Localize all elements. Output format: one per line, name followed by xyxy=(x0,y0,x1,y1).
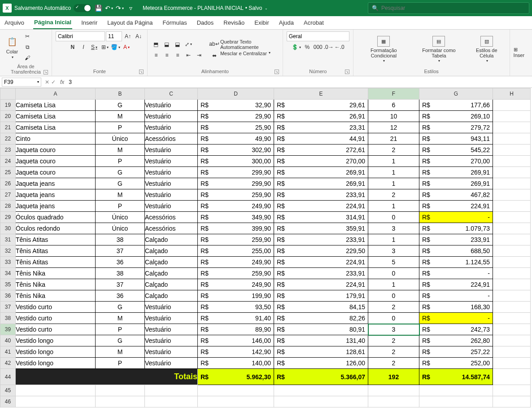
cell[interactable]: R$1.124,55 xyxy=(419,257,493,268)
cell[interactable]: Jaqueta couro xyxy=(16,145,96,156)
row-header[interactable]: 41 xyxy=(0,346,16,358)
cell[interactable] xyxy=(16,396,96,407)
column-header-A[interactable]: A xyxy=(16,88,96,100)
cell[interactable] xyxy=(96,385,145,396)
cell[interactable]: R$270,00 xyxy=(419,156,493,167)
italic-button[interactable]: I xyxy=(78,42,88,52)
cell[interactable]: R$29,90 xyxy=(198,111,274,122)
cell[interactable]: R$249,90 xyxy=(198,257,274,268)
cell[interactable]: R$224,91 xyxy=(419,279,493,290)
cell[interactable]: Único xyxy=(96,133,145,145)
cell[interactable]: 3 xyxy=(368,223,419,234)
cell[interactable]: R$91,40 xyxy=(198,313,274,324)
cell[interactable]: Acessórios xyxy=(145,212,198,223)
cell[interactable]: R$29,61 xyxy=(274,100,368,111)
align-bottom-icon[interactable]: ⬓ xyxy=(173,39,183,49)
cell[interactable] xyxy=(493,223,531,234)
cell[interactable]: 192 xyxy=(368,369,419,385)
cell[interactable]: R$252,00 xyxy=(419,358,493,369)
cell[interactable]: Vestuário xyxy=(145,358,198,369)
cell[interactable]: R$25,90 xyxy=(198,122,274,133)
decrease-indent-icon[interactable]: ⇤ xyxy=(183,50,193,60)
cell[interactable]: 36 xyxy=(96,290,145,302)
cell[interactable]: R$299,90 xyxy=(198,178,274,189)
row-header[interactable]: 22 xyxy=(0,133,16,145)
row-header[interactable]: 37 xyxy=(0,302,16,313)
row-header[interactable]: 40 xyxy=(0,335,16,346)
cell[interactable]: Vestuário xyxy=(145,201,198,212)
cell[interactable]: Vestido longo xyxy=(16,335,96,346)
cell[interactable]: R$- xyxy=(419,313,493,324)
cell[interactable] xyxy=(419,385,493,396)
cell[interactable] xyxy=(198,385,274,396)
cell[interactable] xyxy=(493,268,531,279)
column-header-E[interactable]: E xyxy=(274,88,368,100)
cell[interactable]: Vestuário xyxy=(145,145,198,156)
cell[interactable] xyxy=(493,201,531,212)
cell[interactable]: R$126,00 xyxy=(274,358,368,369)
cell[interactable]: R$269,91 xyxy=(274,167,368,178)
cell[interactable]: 5 xyxy=(368,257,419,268)
cell[interactable]: R$242,73 xyxy=(419,324,493,335)
cell[interactable]: R$302,90 xyxy=(198,145,274,156)
cell[interactable]: R$262,80 xyxy=(419,335,493,346)
cell[interactable]: R$- xyxy=(419,290,493,302)
font-size-select[interactable] xyxy=(106,31,122,41)
cell[interactable]: Jaqueta couro xyxy=(16,156,96,167)
cell[interactable]: R$269,91 xyxy=(419,167,493,178)
accounting-format-icon[interactable]: 💲▾ xyxy=(292,42,301,52)
cell[interactable]: G xyxy=(96,178,145,189)
tab-revis-o[interactable]: Revisão xyxy=(222,17,245,29)
redo-icon[interactable]: ↷▾ xyxy=(116,4,124,12)
cell[interactable]: 37 xyxy=(96,279,145,290)
row-header[interactable]: 46 xyxy=(0,396,16,407)
cell[interactable]: 0 xyxy=(368,268,419,279)
cell[interactable]: 1 xyxy=(368,279,419,290)
cell[interactable] xyxy=(368,396,419,407)
cell[interactable]: R$399,90 xyxy=(198,223,274,234)
enter-formula-icon[interactable]: ✓ xyxy=(51,79,56,85)
cell[interactable] xyxy=(493,245,531,257)
number-format-select[interactable] xyxy=(287,31,349,41)
underline-button[interactable]: S▾ xyxy=(89,42,99,52)
cell[interactable] xyxy=(493,167,531,178)
cell[interactable]: R$93,50 xyxy=(198,302,274,313)
row-header[interactable]: 28 xyxy=(0,201,16,212)
cell[interactable]: R$259,90 xyxy=(198,189,274,201)
cell[interactable] xyxy=(274,385,368,396)
cell[interactable]: R$14.587,74 xyxy=(419,369,493,385)
cell[interactable]: Calçado xyxy=(145,257,198,268)
cell[interactable]: 38 xyxy=(96,234,145,245)
row-header[interactable]: 24 xyxy=(0,156,16,167)
row-header[interactable]: 33 xyxy=(0,257,16,268)
cell[interactable]: Vestido curto xyxy=(16,313,96,324)
font-color-icon[interactable]: A▾ xyxy=(122,42,131,52)
cell[interactable] xyxy=(493,324,531,335)
cell[interactable]: R$467,82 xyxy=(419,189,493,201)
row-header[interactable]: 32 xyxy=(0,245,16,257)
cell[interactable]: Calçado xyxy=(145,234,198,245)
cell[interactable]: Vestuário xyxy=(145,156,198,167)
cell[interactable]: R$199,90 xyxy=(198,290,274,302)
cell[interactable]: Vestido longo xyxy=(16,358,96,369)
cell[interactable]: P xyxy=(96,324,145,335)
tab-inserir[interactable]: Inserir xyxy=(80,17,98,29)
cell[interactable]: Vestuário xyxy=(145,335,198,346)
cell[interactable]: Vestuário xyxy=(145,302,198,313)
cell[interactable]: R$- xyxy=(419,268,493,279)
cell[interactable]: Óculos quadrado xyxy=(16,212,96,223)
cell[interactable]: Vestuário xyxy=(145,111,198,122)
cell[interactable]: R$269,91 xyxy=(274,178,368,189)
align-middle-icon[interactable]: ⬓ xyxy=(162,39,172,49)
cell[interactable] xyxy=(493,385,531,396)
tab-ajuda[interactable]: Ajuda xyxy=(278,17,295,29)
font-name-select[interactable] xyxy=(56,31,105,41)
name-box[interactable]: F39 ▾ xyxy=(2,78,41,87)
cell[interactable]: R$233,91 xyxy=(419,234,493,245)
save-icon[interactable]: 💾 xyxy=(94,4,102,12)
cell[interactable] xyxy=(493,346,531,358)
cell[interactable]: R$233,91 xyxy=(274,234,368,245)
cell[interactable] xyxy=(368,385,419,396)
insert-cells-button[interactable]: ⊞ Inser xyxy=(514,47,528,58)
cell[interactable]: 2 xyxy=(368,335,419,346)
